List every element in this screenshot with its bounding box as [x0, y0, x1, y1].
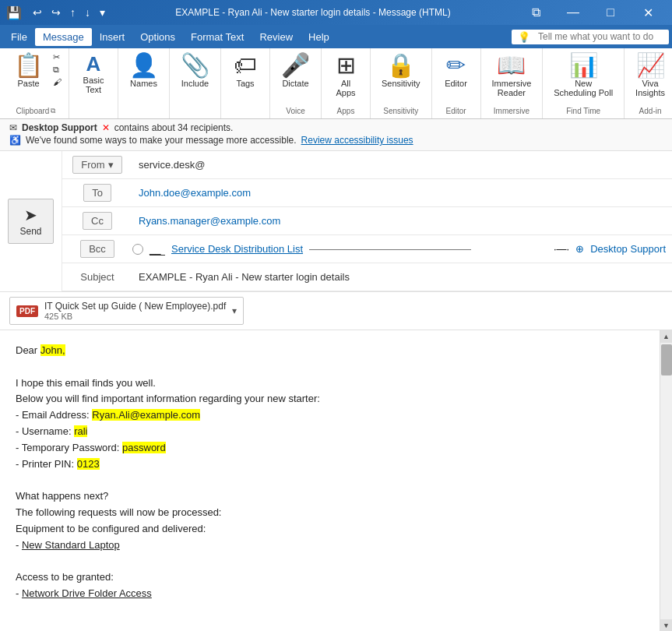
- pin-value: 0123: [77, 458, 100, 470]
- next-heading: What happens next?: [16, 488, 644, 505]
- menu-insert[interactable]: Insert: [92, 28, 133, 46]
- access-line: Access to be granted:: [16, 569, 644, 586]
- network-drive-link[interactable]: Network Drive Folder Access: [22, 587, 152, 599]
- viva-insights-label: VivaInsights: [635, 79, 665, 97]
- send-button[interactable]: ➤ Send: [8, 199, 53, 244]
- clipboard-small-buttons: ✂ ⧉ 🖌: [51, 51, 64, 87]
- from-label-container: From ▾: [62, 156, 132, 174]
- attachment-dropdown-icon[interactable]: ▾: [232, 305, 237, 316]
- scrollbar-thumb[interactable]: [661, 344, 672, 375]
- tags-button[interactable]: 🏷 Tags: [226, 51, 265, 90]
- undo-button[interactable]: ↩: [30, 6, 45, 19]
- fields-column: From ▾ service.desk@ To John.doe@example…: [62, 151, 672, 291]
- bcc-field: Bcc __ Service Desk Distribution List ——…: [62, 235, 672, 263]
- clipboard-items: 📋 Paste ✂ ⧉ 🖌: [8, 51, 64, 105]
- sensitivity-icon: 🔒: [386, 54, 415, 77]
- minimize-button[interactable]: —: [555, 0, 591, 25]
- password-value: password: [122, 442, 166, 453]
- editor-icon: ✏: [446, 54, 466, 77]
- email-body[interactable]: Dear John, I hope this email finds you w…: [0, 330, 660, 631]
- ribbon-group-names: 👤 Names: [118, 48, 170, 118]
- paste-label: Paste: [17, 79, 39, 88]
- clipboard-label: Clipboard ⧉: [16, 105, 56, 115]
- apps-group-label: Apps: [337, 105, 355, 115]
- to-label-button[interactable]: To: [83, 184, 111, 202]
- pin-label: - Printer PIN:: [16, 458, 77, 470]
- dictate-icon: 🎤: [281, 54, 310, 77]
- paste-icon: 📋: [14, 54, 43, 77]
- from-label: From: [81, 159, 104, 171]
- password-label: - Temporary Password:: [16, 442, 122, 453]
- redo-button[interactable]: ↪: [48, 6, 64, 19]
- review-accessibility-link[interactable]: Review accessibility issues: [301, 135, 413, 146]
- ribbon-group-include: 📎 Include: [170, 48, 221, 118]
- up-button[interactable]: ↑: [67, 6, 79, 19]
- basic-text-button[interactable]: A BasicText: [74, 51, 113, 97]
- bcc-label-container: Bcc: [62, 240, 132, 258]
- editor-label: Editor: [445, 79, 467, 88]
- menu-message[interactable]: Message: [35, 28, 92, 46]
- paste-button[interactable]: 📋 Paste: [8, 51, 49, 90]
- ribbon-search-box[interactable]: 💡: [512, 30, 669, 44]
- viva-insights-button[interactable]: 📈 VivaInsights: [629, 51, 671, 100]
- envelope-icon: ✉: [9, 122, 17, 133]
- immersive-reader-label: ImmersiveReader: [492, 79, 532, 97]
- menu-format-text[interactable]: Format Text: [183, 28, 252, 46]
- maximize-button[interactable]: □: [593, 0, 628, 25]
- scroll-down-button[interactable]: ▼: [660, 619, 673, 631]
- accessibility-text: We've found some ways to make your messa…: [26, 135, 297, 146]
- to-field: To John.doe@example.com: [62, 179, 672, 207]
- format-painter-button[interactable]: 🖌: [51, 76, 64, 87]
- down-button[interactable]: ↓: [82, 6, 93, 19]
- names-button[interactable]: 👤 Names: [123, 51, 164, 90]
- greeting-text: Dear: [16, 344, 40, 356]
- menu-help[interactable]: Help: [301, 28, 337, 46]
- cc-label: Cc: [91, 215, 104, 227]
- menu-file[interactable]: File: [3, 28, 35, 46]
- to-value[interactable]: John.doe@example.com: [132, 182, 672, 203]
- pin-line: - Printer PIN: 0123: [16, 457, 644, 473]
- menu-bar: File Message Insert Options Format Text …: [0, 25, 672, 48]
- ribbon-group-basic-text: A BasicText: [69, 48, 118, 118]
- clipboard-dialog-icon[interactable]: ⧉: [51, 107, 55, 115]
- scroll-up-button[interactable]: ▲: [660, 330, 673, 343]
- menu-options[interactable]: Options: [132, 28, 183, 46]
- attachment-chip[interactable]: PDF IT Quick Set up Guide ( New Employee…: [9, 297, 244, 325]
- cc-value[interactable]: Ryans.manager@example.com: [132, 210, 672, 231]
- dictate-button[interactable]: 🎤 Dictate: [275, 51, 316, 90]
- cc-label-button[interactable]: Cc: [83, 212, 112, 230]
- editor-button[interactable]: ✏ Editor: [437, 51, 476, 90]
- bcc-plus-icon[interactable]: ⊕: [575, 243, 584, 255]
- bcc-distribution-list-link[interactable]: Service Desk Distribution List: [171, 243, 303, 255]
- from-value[interactable]: service.desk@: [132, 154, 672, 175]
- basic-text-items: A BasicText: [74, 51, 113, 114]
- from-dropdown-button[interactable]: From ▾: [72, 156, 121, 174]
- access-folder-line: - Network Drive Folder Access: [16, 586, 644, 602]
- scrollbar-track: ▲ ▼: [660, 330, 672, 631]
- close-button[interactable]: ✕: [630, 0, 666, 25]
- window-title: EXAMPLE - Ryan Ali - New starter login d…: [108, 7, 518, 18]
- notification-close-icon[interactable]: ✕: [102, 122, 110, 133]
- subject-value[interactable]: EXAMPLE - Ryan Ali - New starter login d…: [132, 266, 672, 287]
- restore-button[interactable]: ⧉: [518, 0, 554, 25]
- tags-label: Tags: [236, 79, 254, 88]
- ribbon-group-clipboard: 📋 Paste ✂ ⧉ 🖌 Clipboard ⧉: [3, 48, 69, 118]
- sensitivity-button[interactable]: 🔒 Sensitivity: [375, 51, 427, 90]
- quick-access-dropdown[interactable]: ▾: [97, 6, 108, 19]
- cut-button[interactable]: ✂: [51, 51, 64, 63]
- subject-label: Subject: [62, 271, 132, 283]
- all-apps-button[interactable]: ⊞ AllApps: [326, 51, 365, 100]
- cc-label-container: Cc: [62, 212, 132, 230]
- laptop-link[interactable]: New Standard Laptop: [22, 539, 120, 551]
- include-button[interactable]: 📎 Include: [174, 51, 216, 90]
- search-input[interactable]: [538, 31, 663, 42]
- next-line1: The following requests will now be proce…: [16, 505, 644, 521]
- window-controls: ⧉ — □ ✕: [518, 0, 666, 25]
- copy-button[interactable]: ⧉: [51, 64, 64, 76]
- scheduling-poll-button[interactable]: 📊 NewScheduling Poll: [547, 51, 619, 100]
- menu-review[interactable]: Review: [252, 28, 301, 46]
- immersive-reader-button[interactable]: 📖 ImmersiveReader: [486, 51, 538, 100]
- bcc-label-button[interactable]: Bcc: [80, 240, 114, 258]
- title-bar: 💾 ↩ ↪ ↑ ↓ ▾ EXAMPLE - Ryan Ali - New sta…: [0, 0, 672, 25]
- ribbon-group-find-time: 📊 NewScheduling Poll Find Time: [543, 48, 625, 118]
